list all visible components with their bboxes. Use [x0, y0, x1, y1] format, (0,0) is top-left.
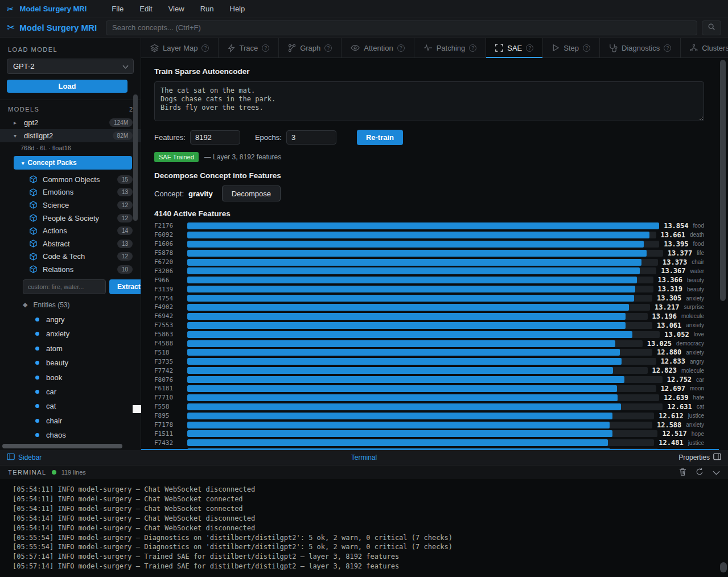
search-button[interactable] — [702, 20, 721, 35]
table-row-feature-F5878: F587813.377life — [154, 249, 704, 258]
model-row-distilgpt2[interactable]: ▾distilgpt282M — [0, 129, 141, 142]
tab-graph[interactable]: Graph? — [279, 38, 342, 57]
feature-bar-fill[interactable] — [187, 439, 608, 446]
search-input[interactable] — [106, 20, 697, 35]
concept-pack-actions[interactable]: Actions14 — [0, 224, 141, 237]
panel-resize-divider[interactable] — [141, 449, 719, 450]
feature-id: F1511 — [154, 430, 183, 438]
feature-bar-fill[interactable] — [187, 295, 634, 302]
concept-pack-science[interactable]: Science12 — [0, 199, 141, 212]
model-select[interactable]: GPT-2 — [7, 59, 134, 74]
train-sae-heading: Train Sparse Autoencoder — [154, 67, 704, 76]
trash-icon[interactable] — [679, 468, 686, 477]
decompose-button[interactable]: Decompose — [222, 186, 281, 201]
features-input[interactable] — [190, 130, 240, 145]
concept-pack-people-society[interactable]: People & Society12 — [0, 212, 141, 225]
retrain-button[interactable]: Re-train — [357, 130, 403, 145]
menu-item-run[interactable]: Run — [192, 2, 222, 15]
tab-step[interactable]: Step? — [543, 38, 600, 57]
sidebar-horizontal-scrollbar[interactable] — [2, 444, 122, 448]
feature-bar-fill[interactable] — [187, 313, 626, 320]
custom-concepts-input[interactable] — [23, 279, 106, 294]
tab-layer-map[interactable]: Layer Map? — [141, 38, 219, 57]
entity-item-beauty[interactable]: beauty — [0, 356, 141, 370]
feature-bar-fill[interactable] — [187, 340, 615, 347]
entity-item-car[interactable]: car — [0, 385, 141, 399]
feature-bar-fill[interactable] — [187, 422, 610, 428]
content-vertical-scrollbar[interactable] — [720, 60, 726, 301]
entity-item-anxiety[interactable]: anxiety — [0, 327, 141, 341]
toggle-properties-button[interactable]: Properties — [678, 453, 721, 462]
feature-bar-fill[interactable] — [187, 304, 629, 311]
toggle-sidebar-button[interactable]: Sidebar — [7, 453, 42, 462]
feature-bar-fill[interactable] — [187, 376, 624, 383]
feature-bar-fill[interactable] — [187, 413, 612, 419]
feature-bar-track — [187, 413, 654, 419]
chevron-down-icon[interactable] — [713, 468, 720, 477]
feature-bar-fill[interactable] — [187, 322, 626, 329]
menu-bar: ✂ Model Surgery MRI FileEditViewRunHelp — [0, 0, 728, 18]
sidebar-vertical-scrollbar[interactable] — [133, 94, 138, 221]
tab-sae[interactable]: SAE? — [486, 38, 543, 57]
feature-bar-fill[interactable] — [187, 277, 637, 283]
entity-item-cat[interactable]: cat — [0, 399, 141, 413]
model-row-gpt2[interactable]: ▸gpt2124M — [0, 116, 141, 129]
tab-patching[interactable]: Patching? — [414, 38, 487, 57]
terminal-status-label[interactable]: Terminal — [0, 454, 728, 461]
concept-pack-emotions[interactable]: Emotions13 — [0, 186, 141, 199]
feature-bar-fill[interactable] — [187, 358, 622, 365]
resize-gripper[interactable] — [133, 405, 141, 413]
concept-pack-list: Common Objects15Emotions13Science12Peopl… — [0, 173, 141, 276]
feature-tag: chair — [692, 259, 704, 265]
feature-bar-fill[interactable] — [187, 349, 620, 356]
feature-value: 12.481 — [659, 439, 683, 447]
feature-bar-fill[interactable] — [187, 267, 640, 274]
menu-item-help[interactable]: Help — [222, 2, 253, 15]
concept-packs-button[interactable]: ▾Concept Packs — [14, 156, 132, 170]
entity-item-chair[interactable]: chair — [0, 413, 141, 427]
feature-bar-fill[interactable] — [187, 232, 649, 238]
pack-count-badge: 12 — [117, 201, 133, 209]
extract-button[interactable]: Extract — [109, 279, 141, 294]
load-button[interactable]: Load — [7, 80, 127, 93]
feature-bar-fill[interactable] — [187, 385, 617, 392]
tab-diagnostics[interactable]: Diagnostics? — [600, 38, 681, 57]
feature-bar-fill[interactable] — [187, 367, 613, 374]
entity-item-chaos[interactable]: chaos — [0, 428, 141, 442]
concept-pack-relations[interactable]: Relations10 — [0, 263, 141, 276]
tab-clusters[interactable]: Clusters? — [681, 38, 728, 57]
concept-pack-common-objects[interactable]: Common Objects15 — [0, 173, 141, 186]
sae-trained-note: — Layer 3, 8192 features — [204, 153, 281, 161]
feature-bar-fill[interactable] — [187, 286, 635, 292]
menu-item-file[interactable]: File — [104, 2, 131, 15]
table-row-feature-F8076: F807612.752car — [154, 375, 704, 384]
menu-item-edit[interactable]: Edit — [131, 2, 160, 15]
concept-pack-code-tech[interactable]: Code & Tech12 — [0, 250, 141, 263]
feature-bar-fill[interactable] — [187, 259, 641, 266]
bullet-icon — [35, 433, 39, 437]
model-name: gpt2 — [24, 118, 105, 127]
tab-trace[interactable]: Trace? — [219, 38, 279, 57]
info-circle-icon: ? — [324, 44, 332, 52]
epochs-input[interactable] — [286, 130, 336, 145]
feature-bar-fill[interactable] — [187, 394, 618, 401]
feature-bar-fill[interactable] — [187, 222, 659, 229]
feature-bar-fill[interactable] — [187, 403, 621, 410]
concept-pack-abstract[interactable]: Abstract13 — [0, 237, 141, 250]
terminal-vertical-scrollbar[interactable] — [720, 562, 727, 572]
feature-bar-fill[interactable] — [187, 250, 647, 257]
pack-count-badge: 15 — [117, 175, 133, 184]
refresh-icon[interactable] — [696, 468, 704, 477]
menu-item-view[interactable]: View — [161, 2, 192, 15]
entity-item-angry[interactable]: angry — [0, 312, 141, 327]
entity-item-atom[interactable]: atom — [0, 341, 141, 356]
feature-bar-fill[interactable] — [187, 241, 644, 248]
tab-attention[interactable]: Attention? — [342, 38, 414, 57]
feature-bar-fill[interactable] — [187, 331, 632, 338]
tab-label: Patching — [437, 44, 466, 52]
entity-item-book[interactable]: book — [0, 370, 141, 384]
terminal-output[interactable]: [05:54:11] INFO model-surgery — Chat Web… — [0, 479, 728, 577]
training-corpus-textarea[interactable] — [154, 81, 704, 121]
divider — [0, 100, 141, 100]
feature-bar-fill[interactable] — [187, 430, 612, 437]
